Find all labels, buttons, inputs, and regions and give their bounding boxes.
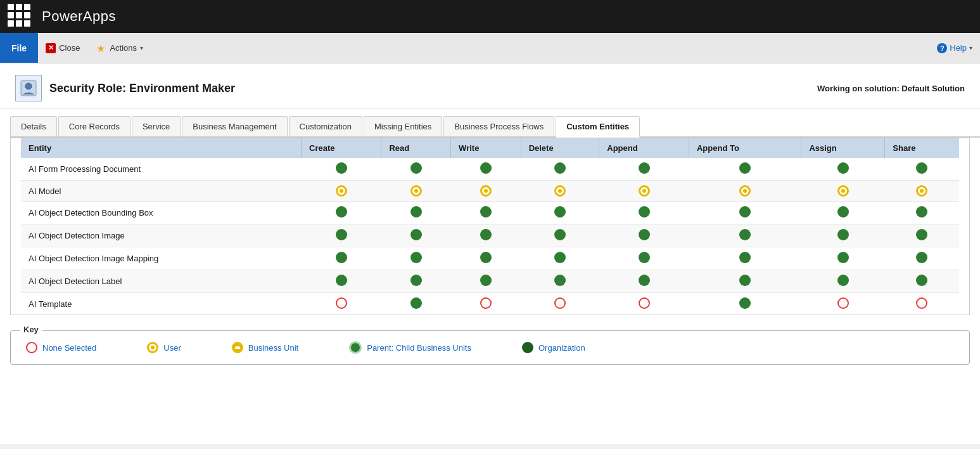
appendTo-cell[interactable] [689, 247, 801, 270]
file-button[interactable]: File [0, 33, 38, 63]
help-button[interactable]: ? Help ▾ [937, 43, 972, 53]
create-cell[interactable] [302, 224, 381, 247]
assign-cell[interactable] [801, 270, 885, 293]
col-read: Read [381, 138, 451, 158]
tab-service[interactable]: Service [132, 116, 181, 136]
create-cell[interactable] [302, 270, 381, 293]
actions-button[interactable]: ★ Actions ▾ [87, 39, 151, 58]
create-cell[interactable] [302, 202, 381, 224]
table-row: AI Object Detection Bounding Box [21, 202, 959, 224]
entity-cell: AI Object Detection Image [21, 224, 302, 247]
share-cell[interactable] [885, 293, 959, 316]
appendTo-cell[interactable] [689, 293, 801, 316]
create-cell[interactable] [302, 181, 381, 202]
append-cell[interactable] [599, 293, 689, 316]
appendTo-cell[interactable] [689, 181, 801, 202]
write-cell[interactable] [451, 247, 521, 270]
append-cell[interactable] [599, 158, 689, 181]
appendTo-cell[interactable] [689, 224, 801, 247]
delete-cell[interactable] [521, 293, 599, 316]
write-cell[interactable] [451, 202, 521, 224]
key-dot-none-icon [26, 342, 37, 353]
table-row: AI Object Detection Image Mapping [21, 247, 959, 270]
append-cell[interactable] [599, 224, 689, 247]
col-append: Append [599, 138, 689, 158]
key-business-unit: Business Unit [232, 342, 298, 353]
share-cell[interactable] [885, 202, 959, 224]
delete-cell[interactable] [521, 270, 599, 293]
appendTo-cell[interactable] [689, 270, 801, 293]
append-cell[interactable] [599, 181, 689, 202]
assign-cell[interactable] [801, 247, 885, 270]
table-body: AI Form Processing DocumentAI ModelAI Ob… [21, 158, 959, 315]
read-cell[interactable] [381, 247, 451, 270]
entity-cell: AI Model [21, 181, 302, 202]
write-cell[interactable] [451, 293, 521, 316]
solution-label: Working on solution: Default Solution [817, 84, 965, 93]
table-row: AI Object Detection Label [21, 270, 959, 293]
page-header: Security Role: Environment Maker Working… [0, 63, 980, 108]
col-delete: Delete [521, 138, 599, 158]
assign-cell[interactable] [801, 224, 885, 247]
read-cell[interactable] [381, 181, 451, 202]
read-cell[interactable] [381, 202, 451, 224]
create-cell[interactable] [302, 293, 381, 316]
share-cell[interactable] [885, 224, 959, 247]
create-cell[interactable] [302, 158, 381, 181]
delete-cell[interactable] [521, 202, 599, 224]
read-cell[interactable] [381, 224, 451, 247]
tab-business-management[interactable]: Business Management [182, 116, 287, 136]
key-title: Key [20, 325, 42, 334]
append-cell[interactable] [599, 247, 689, 270]
appendTo-cell[interactable] [689, 202, 801, 224]
write-cell[interactable] [451, 224, 521, 247]
key-none: None Selected [26, 342, 96, 353]
page-header-left: Security Role: Environment Maker [15, 75, 235, 101]
delete-cell[interactable] [521, 247, 599, 270]
tab-customization[interactable]: Customization [289, 116, 362, 136]
share-cell[interactable] [885, 247, 959, 270]
entity-cell: AI Template [21, 293, 302, 316]
key-user-label: User [163, 343, 181, 353]
app-title: PowerApps [42, 8, 116, 25]
read-cell[interactable] [381, 293, 451, 316]
assign-cell[interactable] [801, 293, 885, 316]
assign-cell[interactable] [801, 202, 885, 224]
entity-table-wrapper[interactable]: Entity Create Read Write Delete Append A… [10, 138, 970, 315]
col-assign: Assign [801, 138, 885, 158]
key-bu-label: Business Unit [248, 343, 298, 353]
read-cell[interactable] [381, 270, 451, 293]
tab-details[interactable]: Details [10, 116, 57, 136]
share-cell[interactable] [885, 270, 959, 293]
create-cell[interactable] [302, 247, 381, 270]
append-cell[interactable] [599, 202, 689, 224]
share-cell[interactable] [885, 158, 959, 181]
appendTo-cell[interactable] [689, 158, 801, 181]
tab-missing-entities[interactable]: Missing Entities [364, 116, 442, 136]
key-parent: Parent: Child Business Units [349, 341, 471, 354]
close-button[interactable]: ✕ Close [38, 39, 87, 57]
delete-cell[interactable] [521, 158, 599, 181]
write-cell[interactable] [451, 181, 521, 202]
write-cell[interactable] [451, 158, 521, 181]
col-create: Create [302, 138, 381, 158]
write-cell[interactable] [451, 270, 521, 293]
key-dot-bu-icon [232, 342, 243, 353]
assign-cell[interactable] [801, 158, 885, 181]
table-row: AI Template [21, 293, 959, 316]
tab-business-process-flows[interactable]: Business Process Flows [443, 116, 554, 136]
append-cell[interactable] [599, 270, 689, 293]
app-grid-icon[interactable] [8, 4, 33, 29]
delete-cell[interactable] [521, 181, 599, 202]
assign-cell[interactable] [801, 181, 885, 202]
key-items: None Selected User Business Unit Parent:… [26, 341, 954, 354]
col-append-to: Append To [689, 138, 801, 158]
share-cell[interactable] [885, 181, 959, 202]
main-content: Security Role: Environment Maker Working… [0, 63, 980, 444]
read-cell[interactable] [381, 158, 451, 181]
delete-cell[interactable] [521, 224, 599, 247]
entity-cell: AI Object Detection Label [21, 270, 302, 293]
key-dot-parent-icon [349, 341, 362, 354]
tab-core-records[interactable]: Core Records [58, 116, 130, 136]
tab-custom-entities[interactable]: Custom Entities [556, 116, 640, 138]
